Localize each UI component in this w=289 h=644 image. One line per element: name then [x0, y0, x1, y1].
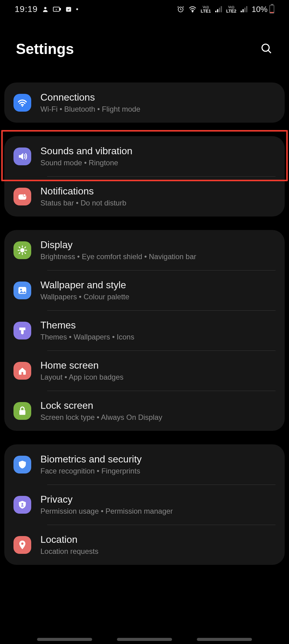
settings-item-title: Wallpaper and style: [40, 279, 129, 291]
settings-item-labels: DisplayBrightness • Eye comfort shield •…: [40, 239, 196, 261]
settings-item-title: Connections: [40, 92, 140, 103]
settings-group: Biometrics and securityFace recognition …: [4, 444, 285, 565]
settings-item-subtitle: Permission usage • Permission manager: [40, 507, 173, 516]
svg-text:+: +: [55, 8, 57, 11]
status-left: 19:19 +: [15, 4, 78, 14]
settings-item-subtitle: Wi-Fi • Bluetooth • Flight mode: [40, 105, 140, 113]
settings-item-home-screen[interactable]: Home screenLayout • App icon badges: [4, 351, 285, 391]
signal1-icon: [215, 6, 222, 12]
sim1-label: Vo)) LTE1: [201, 6, 211, 13]
svg-point-6: [192, 11, 193, 12]
settings-item-location[interactable]: LocationLocation requests: [4, 525, 285, 565]
lock-icon: [13, 402, 31, 420]
nav-back[interactable]: [197, 638, 252, 641]
navigation-bar: [0, 638, 289, 641]
settings-item-subtitle: Themes • Wallpapers • Icons: [40, 333, 134, 341]
dot-icon: [76, 8, 78, 10]
settings-item-labels: ConnectionsWi-Fi • Bluetooth • Flight mo…: [40, 92, 140, 113]
settings-item-subtitle: Status bar • Do not disturb: [40, 199, 126, 207]
settings-item-labels: Biometrics and securityFace recognition …: [40, 454, 142, 475]
status-bar: 19:19 + Vo)) LTE1 Vo)) LTE2 10%: [0, 0, 289, 18]
settings-item-title: Display: [40, 239, 196, 251]
settings-item-title: Home screen: [40, 360, 123, 371]
search-button[interactable]: [258, 40, 275, 58]
settings-item-subtitle: Wallpapers • Colour palette: [40, 293, 129, 301]
settings-item-labels: Lock screenScreen lock type • Always On …: [40, 400, 162, 422]
svg-rect-4: [66, 7, 71, 12]
settings-item-labels: ThemesThemes • Wallpapers • Icons: [40, 320, 134, 341]
nav-recents[interactable]: [37, 638, 92, 641]
alarm-icon: [177, 6, 184, 13]
settings-item-title: Sounds and vibration: [40, 145, 133, 157]
status-right: Vo)) LTE1 Vo)) LTE2 10%: [177, 5, 274, 14]
settings-item-labels: NotificationsStatus bar • Do not disturb: [40, 186, 126, 207]
settings-item-labels: Home screenLayout • App icon badges: [40, 360, 123, 381]
settings-item-themes[interactable]: ThemesThemes • Wallpapers • Icons: [4, 310, 285, 351]
settings-item-title: Lock screen: [40, 400, 162, 411]
home-icon: [13, 362, 31, 380]
image-icon: [13, 282, 31, 299]
settings-item-biometrics-and-security[interactable]: Biometrics and securityFace recognition …: [4, 444, 285, 485]
settings-item-labels: Sounds and vibrationSound mode • Rington…: [40, 145, 133, 167]
settings-item-privacy[interactable]: PrivacyPermission usage • Permission man…: [4, 485, 285, 525]
settings-item-labels: Wallpaper and styleWallpapers • Colour p…: [40, 279, 129, 301]
settings-item-title: Privacy: [40, 494, 173, 505]
page-title: Settings: [16, 40, 74, 57]
battery-indicator: 10%: [252, 5, 274, 14]
settings-list: ConnectionsWi-Fi • Bluetooth • Flight mo…: [0, 82, 289, 577]
search-icon: [260, 51, 272, 56]
speaker-icon: [13, 148, 31, 165]
settings-item-wallpaper-and-style[interactable]: Wallpaper and styleWallpapers • Colour p…: [4, 270, 285, 310]
settings-item-title: Notifications: [40, 186, 126, 197]
privacy-icon: [13, 496, 31, 514]
calendar-icon: [65, 6, 72, 13]
pin-icon: [13, 536, 31, 554]
signal2-icon: [241, 6, 247, 12]
settings-item-connections[interactable]: ConnectionsWi-Fi • Bluetooth • Flight mo…: [4, 82, 285, 123]
settings-group: Sounds and vibrationSound mode • Rington…: [4, 136, 285, 217]
settings-group: DisplayBrightness • Eye comfort shield •…: [4, 230, 285, 431]
svg-rect-2: [60, 8, 61, 10]
nav-home[interactable]: [117, 638, 172, 641]
bell-icon: [13, 188, 31, 205]
wifi-icon: [13, 94, 31, 112]
settings-item-subtitle: Location requests: [40, 547, 98, 556]
settings-item-subtitle: Layout • App icon badges: [40, 373, 123, 381]
settings-item-labels: LocationLocation requests: [40, 534, 98, 556]
settings-item-subtitle: Sound mode • Ringtone: [40, 159, 133, 167]
settings-item-title: Themes: [40, 320, 134, 331]
settings-item-subtitle: Face recognition • Fingerprints: [40, 467, 142, 475]
settings-header: Settings: [0, 18, 289, 82]
settings-item-title: Biometrics and security: [40, 454, 142, 465]
settings-item-labels: PrivacyPermission usage • Permission man…: [40, 494, 173, 516]
settings-item-subtitle: Screen lock type • Always On Display: [40, 413, 162, 422]
settings-group: ConnectionsWi-Fi • Bluetooth • Flight mo…: [4, 82, 285, 123]
settings-item-title: Location: [40, 534, 98, 545]
settings-item-lock-screen[interactable]: Lock screenScreen lock type • Always On …: [4, 391, 285, 431]
status-clock: 19:19: [15, 4, 38, 14]
brush-icon: [13, 322, 31, 339]
settings-item-sounds-and-vibration[interactable]: Sounds and vibrationSound mode • Rington…: [4, 136, 285, 176]
person-icon: [42, 6, 49, 13]
svg-point-7: [262, 44, 269, 51]
settings-item-subtitle: Brightness • Eye comfort shield • Naviga…: [40, 252, 196, 261]
sun-icon: [13, 241, 31, 259]
sim2-label: Vo)) LTE2: [226, 6, 236, 13]
svg-point-0: [44, 7, 46, 9]
battery-saver-icon: +: [53, 6, 61, 12]
settings-item-notifications[interactable]: NotificationsStatus bar • Do not disturb: [4, 176, 285, 217]
shield-icon: [13, 456, 31, 473]
settings-item-display[interactable]: DisplayBrightness • Eye comfort shield •…: [4, 230, 285, 270]
wifi-status-icon: [189, 6, 197, 13]
